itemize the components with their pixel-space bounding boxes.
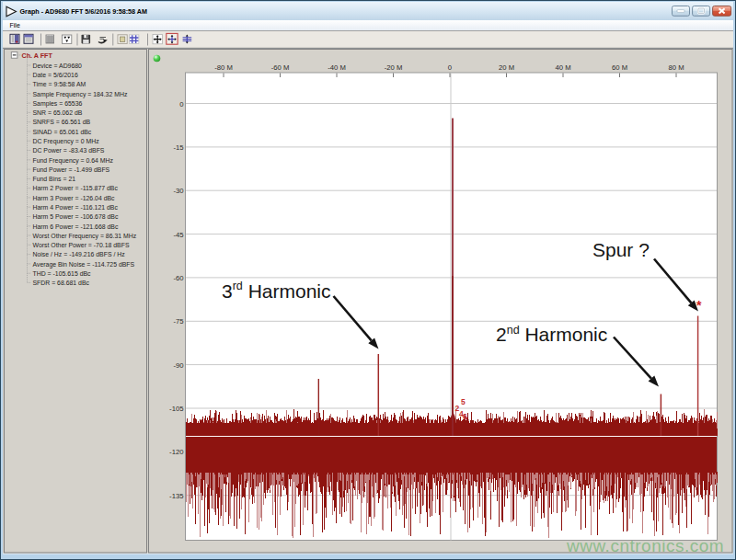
svg-text:SNR = 65.062 dB: SNR = 65.062 dB (33, 109, 83, 116)
svg-text:Harm 5 Power = -106.678 dBc: Harm 5 Power = -106.678 dBc (33, 213, 119, 220)
svg-text:THD = -105.615 dBc: THD = -105.615 dBc (33, 270, 92, 277)
svg-text:-45: -45 (173, 231, 183, 239)
svg-text:6: 6 (463, 412, 467, 421)
svg-text:Average Bin Noise = -114.725 d: Average Bin Noise = -114.725 dBFS (33, 261, 135, 269)
svg-text:-40 M: -40 M (328, 63, 346, 72)
svg-text:0: 0 (179, 100, 183, 109)
svg-text:Harm 6 Power = -121.668 dBc: Harm 6 Power = -121.668 dBc (33, 223, 119, 230)
svg-text:Fund Frequency = 0.64 MHz: Fund Frequency = 0.64 MHz (33, 157, 114, 165)
svg-text:-80 M: -80 M (214, 63, 233, 72)
svg-text:Date = 5/6/2016: Date = 5/6/2016 (33, 72, 78, 78)
svg-text:Fund Power = -1.499 dBFS: Fund Power = -1.499 dBFS (33, 166, 110, 173)
svg-text:-60 M: -60 M (271, 63, 290, 72)
svg-text:SNRFS = 66.561 dB: SNRFS = 66.561 dB (33, 119, 91, 125)
svg-text:-90: -90 (173, 361, 183, 370)
svg-text:20 M: 20 M (499, 63, 514, 72)
svg-text:Harm 2 Power = -115.877 dBc: Harm 2 Power = -115.877 dBc (33, 185, 119, 191)
svg-text:-120: -120 (169, 448, 183, 456)
svg-text:-105: -105 (169, 405, 183, 413)
svg-text:Fund Bins = 21: Fund Bins = 21 (33, 176, 76, 182)
svg-text:File: File (10, 22, 20, 29)
svg-text:DC Power = -83.43 dBFS: DC Power = -83.43 dBFS (33, 147, 105, 154)
svg-text:40 M: 40 M (555, 63, 570, 72)
svg-text:Harm 4 Power = -116.121 dBc: Harm 4 Power = -116.121 dBc (33, 204, 119, 211)
svg-text:Spur ?: Spur ? (592, 239, 650, 260)
svg-text:Samples = 65536: Samples = 65536 (33, 100, 83, 108)
svg-text:-15: -15 (173, 143, 183, 152)
svg-text:80 M: 80 M (668, 63, 684, 72)
svg-text:Graph - AD9680 FFT 5/6/2016 9:: Graph - AD9680 FFT 5/6/2016 9:58:58 AM (20, 7, 147, 16)
svg-text:DC Frequency = 0 MHz: DC Frequency = 0 MHz (33, 138, 100, 145)
svg-text:www.cntronics.com: www.cntronics.com (566, 536, 724, 555)
svg-text:60 M: 60 M (612, 63, 627, 72)
svg-text:Worst Other Frequency = 86.31: Worst Other Frequency = 86.31 MHz (33, 233, 137, 240)
svg-text:-20 M: -20 M (385, 63, 403, 72)
svg-text:-75: -75 (173, 317, 183, 326)
svg-text:Noise / Hz = -149.216 dBFS / H: Noise / Hz = -149.216 dBFS / Hz (33, 251, 126, 257)
svg-text:Device = AD9680: Device = AD9680 (33, 63, 83, 69)
svg-text:Harm 3 Power = -126.04 dBc: Harm 3 Power = -126.04 dBc (33, 195, 116, 201)
svg-text:5: 5 (461, 397, 466, 406)
svg-text:-60: -60 (173, 274, 183, 282)
svg-text:Sample Frequency = 184.32 MHz: Sample Frequency = 184.32 MHz (33, 91, 128, 98)
svg-text:Worst Other Power = -70.18 dBF: Worst Other Power = -70.18 dBFS (33, 242, 130, 248)
svg-text:0: 0 (448, 63, 452, 72)
svg-text:Ch. A FFT: Ch. A FFT (22, 51, 53, 60)
svg-text:-135: -135 (169, 492, 183, 500)
svg-text:SFDR = 68.681 dBc: SFDR = 68.681 dBc (33, 280, 90, 286)
svg-text:Time = 9:58:58 AM: Time = 9:58:58 AM (33, 81, 86, 87)
svg-text:-30: -30 (173, 187, 183, 195)
svg-text:SINAD = 65.061 dBc: SINAD = 65.061 dBc (33, 129, 92, 135)
